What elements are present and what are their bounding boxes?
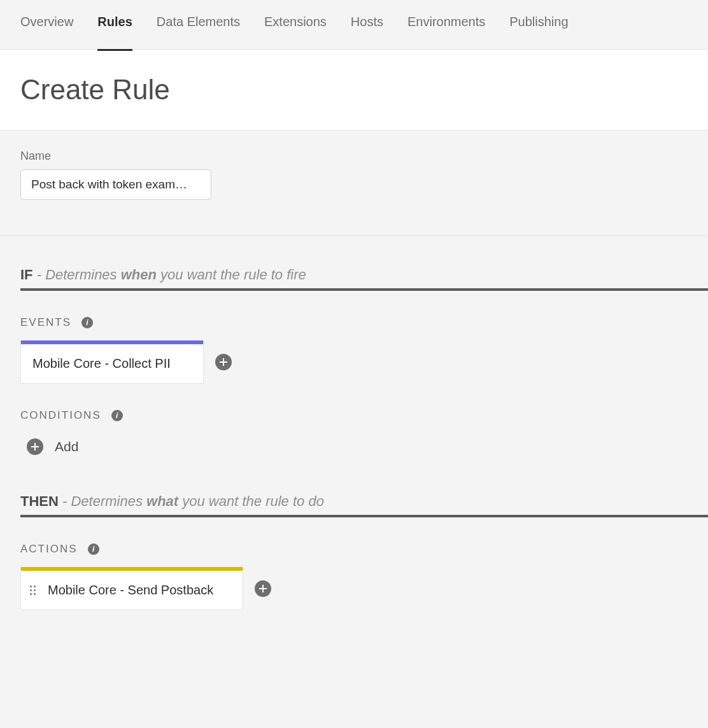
add-event-button[interactable]: [215, 354, 232, 370]
events-cards-row: Mobile Core - Collect PII: [0, 340, 708, 384]
then-section-title: THEN - Determines what you want the rule…: [0, 455, 708, 515]
drag-handle-icon[interactable]: [30, 585, 39, 595]
page-title-bar: Create Rule: [0, 50, 708, 130]
name-input[interactable]: [20, 169, 211, 200]
tab-overview[interactable]: Overview: [20, 15, 73, 34]
actions-heading-row: ACTIONS i: [0, 517, 708, 567]
add-condition-label: Add: [55, 439, 78, 454]
add-action-button[interactable]: [255, 580, 271, 597]
info-icon[interactable]: i: [88, 543, 99, 555]
if-keyword: IF: [20, 267, 33, 283]
info-icon[interactable]: i: [111, 410, 123, 421]
if-section-title: IF - Determines when you want the rule t…: [0, 236, 708, 288]
events-heading: EVENTS: [20, 316, 71, 329]
conditions-heading: CONDITIONS: [20, 409, 101, 422]
add-condition-button[interactable]: [27, 438, 43, 455]
tab-environments[interactable]: Environments: [407, 15, 485, 34]
tab-rules[interactable]: Rules: [97, 15, 132, 34]
tab-publishing[interactable]: Publishing: [509, 15, 568, 34]
tab-data-elements[interactable]: Data Elements: [157, 15, 240, 34]
tab-extensions[interactable]: Extensions: [264, 15, 327, 34]
conditions-add-row: Add: [0, 438, 708, 455]
info-icon[interactable]: i: [81, 317, 93, 328]
name-label: Name: [20, 150, 688, 163]
page-title: Create Rule: [0, 50, 708, 130]
top-tabs: Overview Rules Data Elements Extensions …: [0, 0, 708, 50]
actions-heading: ACTIONS: [20, 543, 78, 556]
events-heading-row: EVENTS i: [0, 291, 708, 340]
action-card-label: Mobile Core - Send Postback: [48, 583, 213, 598]
name-field-group: Name: [0, 130, 708, 200]
action-card[interactable]: Mobile Core - Send Postback: [20, 567, 243, 610]
event-card-label: Mobile Core - Collect PII: [32, 356, 171, 371]
event-card[interactable]: Mobile Core - Collect PII: [20, 340, 204, 384]
actions-cards-row: Mobile Core - Send Postback: [0, 567, 708, 610]
conditions-heading-row: CONDITIONS i: [0, 384, 708, 433]
tab-hosts[interactable]: Hosts: [351, 15, 383, 34]
then-keyword: THEN: [20, 493, 59, 509]
